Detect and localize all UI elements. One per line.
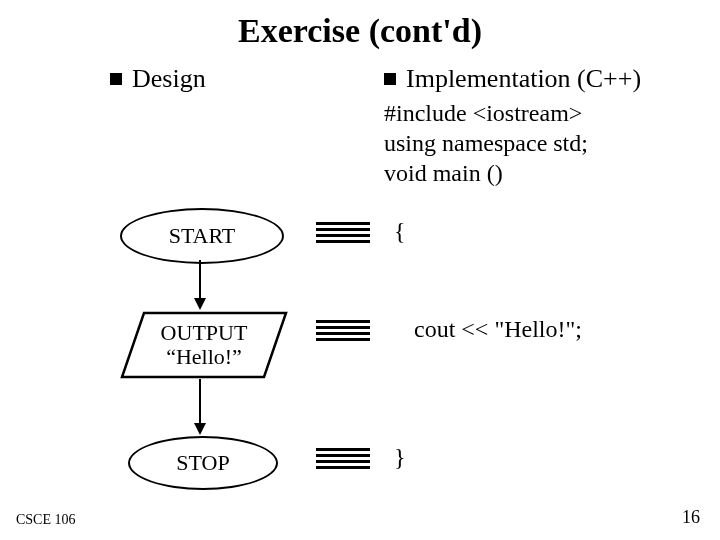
implementation-column: Implementation (C++) #include <iostream>… [380, 64, 720, 188]
flow-output-text: OUTPUT “Hello!” [161, 321, 248, 369]
code-main: void main () [384, 158, 720, 188]
flowchart-area: START OUTPUT “Hello!” STOP { cout << "He… [110, 196, 720, 526]
code-open-brace: { [394, 218, 406, 245]
flow-output-line2: “Hello!” [161, 345, 248, 369]
bullet-icon [384, 73, 396, 85]
design-heading: Design [110, 64, 380, 94]
flow-stop-node: STOP [128, 436, 278, 490]
code-using: using namespace std; [384, 128, 720, 158]
code-close-brace: } [394, 444, 406, 471]
svg-marker-1 [194, 298, 206, 310]
implementation-heading-text: Implementation (C++) [406, 64, 641, 94]
design-column: Design [0, 64, 380, 188]
design-heading-text: Design [132, 64, 206, 94]
equivalence-icon [316, 320, 370, 348]
implementation-heading: Implementation (C++) [384, 64, 720, 94]
footer-page-number: 16 [682, 507, 700, 528]
bullet-icon [110, 73, 122, 85]
flow-start-node: START [120, 208, 284, 264]
svg-marker-4 [194, 423, 206, 435]
flow-output-line1: OUTPUT [161, 321, 248, 345]
arrow-down-icon [190, 379, 210, 437]
footer-course: CSCE 106 [16, 512, 76, 528]
code-include: #include <iostream> [384, 98, 720, 128]
flow-output-node: OUTPUT “Hello!” [120, 311, 288, 379]
flow-stop-label: STOP [176, 450, 229, 476]
two-column-layout: Design Implementation (C++) #include <io… [0, 64, 720, 188]
code-preamble: #include <iostream> using namespace std;… [384, 98, 720, 188]
flow-start-label: START [169, 223, 236, 249]
equivalence-icon [316, 448, 370, 476]
equivalence-icon [316, 222, 370, 250]
arrow-down-icon [190, 260, 210, 312]
code-cout-line: cout << "Hello!"; [414, 316, 582, 343]
slide-title: Exercise (cont'd) [0, 12, 720, 50]
